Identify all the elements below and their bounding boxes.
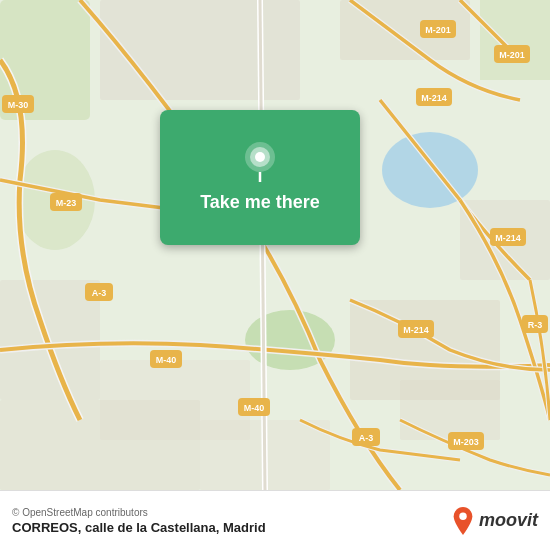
svg-point-1	[382, 132, 478, 208]
svg-point-43	[255, 152, 265, 162]
svg-text:M-214: M-214	[403, 325, 429, 335]
svg-text:R-3: R-3	[528, 320, 543, 330]
footer: © OpenStreetMap contributors CORREOS, ca…	[0, 490, 550, 550]
svg-text:M-201: M-201	[425, 25, 451, 35]
svg-rect-5	[480, 0, 550, 80]
location-label: CORREOS, calle de la Castellana, Madrid	[12, 520, 266, 535]
svg-text:M-40: M-40	[244, 403, 265, 413]
svg-rect-6	[100, 0, 300, 100]
take-me-there-button[interactable]: Take me there	[190, 192, 330, 213]
svg-text:A-3: A-3	[92, 288, 107, 298]
svg-text:M-40: M-40	[156, 355, 177, 365]
svg-rect-11	[400, 380, 500, 440]
location-pin-icon	[240, 142, 280, 182]
svg-text:A-3: A-3	[359, 433, 374, 443]
moovit-pin-icon	[451, 507, 475, 535]
moovit-brand-text: moovit	[479, 510, 538, 531]
map-container: M-30 M-23 A-3 M-40 M-40 M-201 M-201 M-21…	[0, 0, 550, 490]
footer-left: © OpenStreetMap contributors CORREOS, ca…	[12, 507, 266, 535]
svg-rect-13	[0, 400, 200, 490]
svg-text:M-30: M-30	[8, 100, 29, 110]
svg-text:M-214: M-214	[421, 93, 447, 103]
osm-attribution: © OpenStreetMap contributors	[12, 507, 266, 518]
svg-text:M-214: M-214	[495, 233, 521, 243]
svg-text:M-201: M-201	[499, 50, 525, 60]
svg-text:M-203: M-203	[453, 437, 479, 447]
svg-point-44	[459, 512, 466, 519]
svg-text:M-23: M-23	[56, 198, 77, 208]
moovit-logo: moovit	[451, 507, 538, 535]
action-card[interactable]: Take me there	[160, 110, 360, 245]
